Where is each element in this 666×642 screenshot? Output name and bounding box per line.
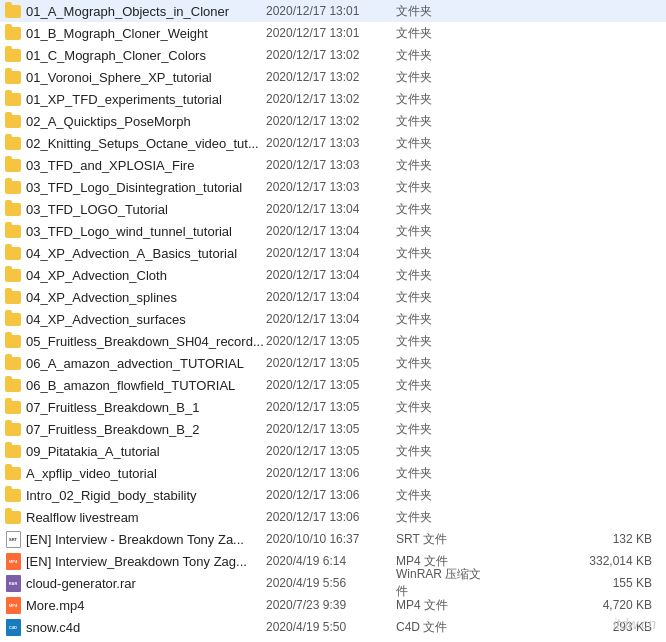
file-name: 06_B_amazon_flowfield_TUTORIAL [26,378,266,393]
file-size: 155 KB [486,576,662,590]
folder-icon [4,112,22,130]
file-name: [EN] Interview - Breakdown Tony Za... [26,532,266,547]
table-row[interactable]: 01_B_Mograph_Cloner_Weight2020/12/17 13:… [0,22,666,44]
file-date: 2020/12/17 13:01 [266,26,396,40]
folder-icon [4,156,22,174]
file-name: 01_B_Mograph_Cloner_Weight [26,26,266,41]
file-name: 03_TFD_Logo_wind_tunnel_tutorial [26,224,266,239]
file-name: 02_A_Quicktips_PoseMorph [26,114,266,129]
file-name: Realflow livestream [26,510,266,525]
table-row[interactable]: 03_TFD_Logo_wind_tunnel_tutorial2020/12/… [0,220,666,242]
file-name: Intro_02_Rigid_body_stability [26,488,266,503]
file-type: 文件夹 [396,245,486,262]
mp4-icon: MP4 [4,552,22,570]
table-row[interactable]: 04_XP_Advection_Cloth2020/12/17 13:04文件夹 [0,264,666,286]
table-row[interactable]: 04_XP_Advection_A_Basics_tutorial2020/12… [0,242,666,264]
table-row[interactable]: Realflow livestream2020/12/17 13:06文件夹 [0,506,666,528]
folder-icon [4,310,22,328]
file-date: 2020/12/17 13:04 [266,290,396,304]
folder-icon [4,354,22,372]
file-date: 2020/12/17 13:02 [266,92,396,106]
file-name: 05_Fruitless_Breakdown_SH04_record... [26,334,266,349]
table-row[interactable]: 04_XP_Advection_surfaces2020/12/17 13:04… [0,308,666,330]
file-date: 2020/12/17 13:05 [266,378,396,392]
file-name: snow.c4d [26,620,266,635]
file-date: 2020/12/17 13:04 [266,268,396,282]
file-name: 01_A_Mograph_Objects_in_Cloner [26,4,266,19]
file-type: 文件夹 [396,487,486,504]
c4d-icon: C4D [4,618,22,636]
table-row[interactable]: 06_A_amazon_advection_TUTORIAL2020/12/17… [0,352,666,374]
table-row[interactable]: 01_XP_TFD_experiments_tutorial2020/12/17… [0,88,666,110]
file-date: 2020/4/19 5:56 [266,576,396,590]
table-row[interactable]: MP4[EN] Interview_Breakdown Tony Zag...2… [0,550,666,572]
table-row[interactable]: 07_Fruitless_Breakdown_B_22020/12/17 13:… [0,418,666,440]
table-row[interactable]: 03_TFD_LOGO_Tutorial2020/12/17 13:04文件夹 [0,198,666,220]
table-row[interactable]: 02_A_Quicktips_PoseMorph2020/12/17 13:02… [0,110,666,132]
table-row[interactable]: 01_A_Mograph_Objects_in_Cloner2020/12/17… [0,0,666,22]
file-name: 04_XP_Advection_surfaces [26,312,266,327]
file-type: 文件夹 [396,355,486,372]
folder-icon [4,134,22,152]
file-date: 2020/12/17 13:03 [266,158,396,172]
srt-icon [4,530,22,548]
table-row[interactable]: 07_Fruitless_Breakdown_B_12020/12/17 13:… [0,396,666,418]
file-type: 文件夹 [396,289,486,306]
folder-icon [4,200,22,218]
folder-icon [4,2,22,20]
file-date: 2020/12/17 13:04 [266,312,396,326]
file-name: cloud-generator.rar [26,576,266,591]
file-type: 文件夹 [396,421,486,438]
table-row[interactable]: 09_Pitatakia_A_tutorial2020/12/17 13:05文… [0,440,666,462]
table-row[interactable]: 05_Fruitless_Breakdown_SH04_record...202… [0,330,666,352]
table-row[interactable]: RARcloud-generator.rar2020/4/19 5:56WinR… [0,572,666,594]
file-date: 2020/12/17 13:06 [266,510,396,524]
table-row[interactable]: MP4More.mp42020/7/23 9:39MP4 文件4,720 KB [0,594,666,616]
file-name: 01_C_Mograph_Cloner_Colors [26,48,266,63]
table-row[interactable]: Intro_02_Rigid_body_stability2020/12/17 … [0,484,666,506]
folder-icon [4,266,22,284]
file-date: 2020/4/19 5:50 [266,620,396,634]
file-date: 2020/12/17 13:02 [266,70,396,84]
file-name: 01_Voronoi_Sphere_XP_tutorial [26,70,266,85]
table-row[interactable]: 04_XP_Advection_splines2020/12/17 13:04文… [0,286,666,308]
file-date: 2020/12/17 13:03 [266,136,396,150]
table-row[interactable]: 03_TFD_and_XPLOSIA_Fire2020/12/17 13:03文… [0,154,666,176]
file-type: SRT 文件 [396,531,486,548]
folder-icon [4,24,22,42]
table-row[interactable]: 01_C_Mograph_Cloner_Colors2020/12/17 13:… [0,44,666,66]
file-name: 07_Fruitless_Breakdown_B_1 [26,400,266,415]
file-type: 文件夹 [396,201,486,218]
rar-icon: RAR [4,574,22,592]
file-date: 2020/12/17 13:05 [266,422,396,436]
file-type: 文件夹 [396,3,486,20]
table-row[interactable]: C4Dsnow.c4d2020/4/19 5:50C4D 文件293 KB [0,616,666,638]
file-date: 2020/12/17 13:02 [266,114,396,128]
file-size: 4,720 KB [486,598,662,612]
file-date: 2020/12/17 13:05 [266,334,396,348]
file-name: 01_XP_TFD_experiments_tutorial [26,92,266,107]
file-type: C4D 文件 [396,619,486,636]
table-row[interactable]: A_xpflip_video_tutorial2020/12/17 13:06文… [0,462,666,484]
file-date: 2020/12/17 13:06 [266,466,396,480]
file-name: 06_A_amazon_advection_TUTORIAL [26,356,266,371]
table-row[interactable]: [EN] Interview - Breakdown Tony Za...202… [0,528,666,550]
file-name: [EN] Interview_Breakdown Tony Zag... [26,554,266,569]
table-row[interactable]: 06_B_amazon_flowfield_TUTORIAL2020/12/17… [0,374,666,396]
folder-icon [4,486,22,504]
file-date: 2020/12/17 13:03 [266,180,396,194]
file-type: 文件夹 [396,267,486,284]
file-list: 01_A_Mograph_Objects_in_Cloner2020/12/17… [0,0,666,638]
table-row[interactable]: 02_Knitting_Setups_Octane_video_tut...20… [0,132,666,154]
table-row[interactable]: 03_TFD_Logo_Disintegration_tutorial2020/… [0,176,666,198]
folder-icon [4,442,22,460]
table-row[interactable]: 01_Voronoi_Sphere_XP_tutorial2020/12/17 … [0,66,666,88]
file-type: 文件夹 [396,509,486,526]
file-name: 04_XP_Advection_A_Basics_tutorial [26,246,266,261]
file-type: 文件夹 [396,311,486,328]
file-date: 2020/12/17 13:01 [266,4,396,18]
file-name: 03_TFD_Logo_Disintegration_tutorial [26,180,266,195]
file-type: 文件夹 [396,157,486,174]
file-date: 2020/12/17 13:02 [266,48,396,62]
file-date: 2020/12/17 13:05 [266,444,396,458]
